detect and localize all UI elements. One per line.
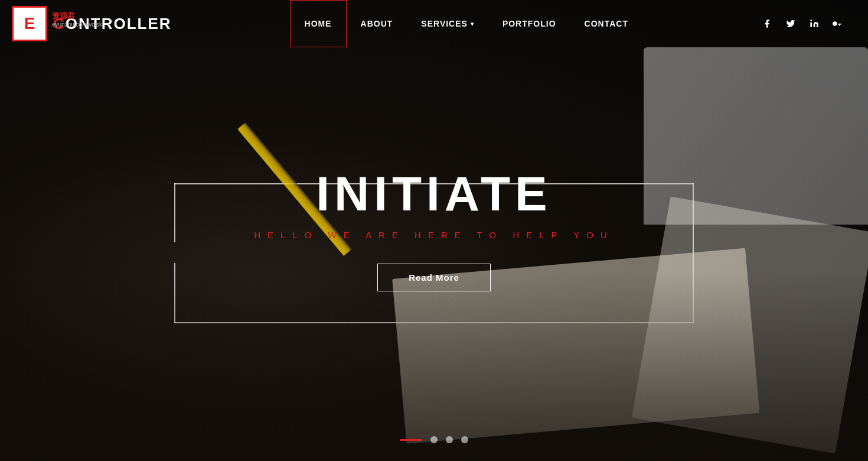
watermark-url: eyunzhu.com/vdisk <box>52 21 102 28</box>
read-more-button[interactable]: Read More <box>377 264 491 291</box>
logo[interactable]: E 资源君 eyunzhu.com/vdisk CONTROLLER <box>12 6 172 41</box>
nav-item-home[interactable]: HOME <box>290 0 347 47</box>
twitter-icon[interactable] <box>784 17 797 30</box>
logo-icon: E <box>12 6 47 41</box>
hero-content: INITIATE HELLO WE ARE HERE TO HELP YOU R… <box>198 170 670 291</box>
nav-menu: HOME ABOUT SERVICES ▾ PORTFOLIO CONTACT <box>290 0 642 47</box>
watermark-chinese: 资源君 <box>52 11 102 21</box>
slider-dot-1[interactable] <box>430 436 438 443</box>
googleplus-icon[interactable] <box>831 17 844 30</box>
slider-dot-3[interactable] <box>461 436 468 443</box>
slider-controls <box>400 436 468 443</box>
slider-dash <box>400 439 422 441</box>
nav-item-services[interactable]: SERVICES ▾ <box>407 0 488 47</box>
social-links <box>761 17 844 30</box>
navbar: E 资源君 eyunzhu.com/vdisk CONTROLLER HOME … <box>0 0 868 47</box>
hero-title: INITIATE <box>198 170 670 218</box>
svg-point-0 <box>810 20 812 21</box>
nav-item-portfolio[interactable]: PORTFOLIO <box>488 0 570 47</box>
nav-item-contact[interactable]: CONTACT <box>570 0 642 47</box>
services-dropdown-arrow: ▾ <box>471 21 474 27</box>
hero-subtitle: HELLO WE ARE HERE TO HELP YOU <box>198 230 670 240</box>
linkedin-icon[interactable] <box>808 17 821 30</box>
slider-dot-2[interactable] <box>446 436 453 443</box>
facebook-icon[interactable] <box>761 17 774 30</box>
desk-surface <box>0 272 868 461</box>
nav-item-about[interactable]: ABOUT <box>347 0 407 47</box>
logo-watermark: 资源君 eyunzhu.com/vdisk <box>52 11 102 28</box>
hero-section: E 资源君 eyunzhu.com/vdisk CONTROLLER HOME … <box>0 0 868 461</box>
